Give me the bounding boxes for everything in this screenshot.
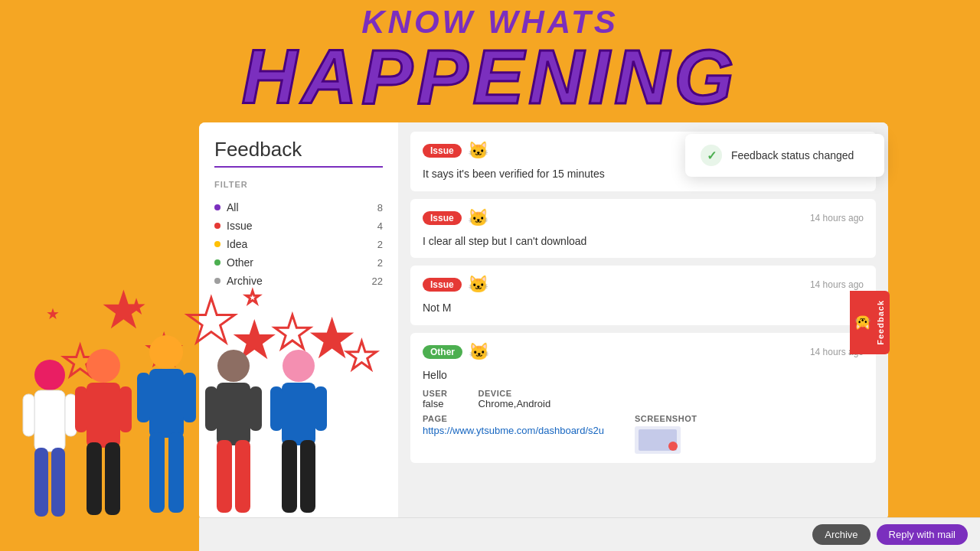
feedback-card-3[interactable]: Issue 🐱 14 hours ago Not M	[410, 266, 876, 325]
svg-point-6	[87, 349, 120, 383]
screenshot-label: SCREENSHOT	[635, 414, 697, 423]
toast-notification: ✓ Feedback status changed	[685, 134, 884, 177]
filter-idea[interactable]: Idea 2	[214, 235, 383, 253]
filter-label: FILTER	[214, 180, 383, 189]
card-text-2: I clear all step but I can't download	[423, 234, 864, 249]
svg-rect-8	[75, 386, 87, 432]
card-time-3: 14 hours ago	[810, 279, 864, 290]
svg-rect-17	[168, 432, 184, 513]
user-label: USER	[423, 389, 448, 398]
action-bar: Archive Reply with mail	[199, 517, 980, 551]
svg-rect-13	[149, 369, 184, 438]
badge-other-1: Other	[423, 345, 462, 359]
screenshot-thumb[interactable]	[635, 426, 681, 454]
toast-text: Feedback status changed	[731, 149, 854, 161]
svg-point-0	[34, 360, 65, 390]
device-label: DEVICE	[479, 389, 551, 398]
svg-rect-5	[51, 448, 65, 517]
star-icon-2: ★	[142, 325, 186, 375]
main-panel: Feedback FILTER All 8 Issue 4 Idea 2	[199, 122, 888, 520]
user-value: false	[423, 398, 448, 409]
avatar-4: 🐱	[469, 342, 489, 362]
badge-issue-2: Issue	[423, 211, 462, 225]
person-2-icon	[73, 344, 134, 551]
svg-rect-3	[65, 394, 77, 436]
avatar-2: 🐱	[468, 208, 488, 228]
side-tab-cat-icon: 🐱	[854, 314, 871, 331]
person-3-icon	[134, 329, 199, 551]
svg-rect-4	[34, 448, 48, 517]
svg-rect-16	[149, 432, 165, 513]
dot-issue-icon	[214, 223, 220, 229]
card-time-2: 14 hours ago	[810, 213, 864, 223]
feedback-side-tab[interactable]: Feedback 🐱	[850, 291, 890, 354]
filter-issue-label: Issue	[227, 220, 252, 232]
filter-archive-count: 22	[372, 276, 383, 287]
filter-archive[interactable]: Archive 22	[214, 272, 383, 290]
badge-issue-1: Issue	[423, 144, 462, 158]
svg-rect-7	[87, 383, 120, 448]
filter-idea-count: 2	[377, 239, 383, 250]
page-label: PAGE	[423, 414, 604, 423]
filter-all-label: All	[227, 201, 239, 214]
dot-archive-icon	[214, 278, 220, 284]
card-text-4: Hello	[423, 368, 864, 383]
filter-archive-label: Archive	[227, 275, 263, 287]
content-area[interactable]: Issue 🐱 It says it's been verified for 1…	[398, 122, 888, 520]
page-title: Feedback	[214, 138, 383, 168]
svg-rect-15	[183, 373, 196, 422]
feedback-card-2[interactable]: Issue 🐱 14 hours ago I clear all step bu…	[410, 199, 876, 259]
side-tab-label: Feedback	[876, 300, 885, 345]
feedback-card-4[interactable]: Other 🐱 14 hours ago Hello USER false DE…	[410, 333, 876, 464]
avatar-3: 🐱	[468, 275, 488, 295]
avatar-1: 🐱	[468, 141, 488, 161]
svg-rect-10	[87, 442, 102, 515]
badge-issue-3: Issue	[423, 278, 462, 292]
svg-point-12	[149, 335, 183, 369]
dot-other-icon	[214, 259, 220, 266]
archive-button[interactable]: Archive	[812, 524, 870, 545]
star-outline-icon: ★	[61, 341, 99, 383]
svg-rect-14	[137, 373, 150, 422]
svg-rect-1	[34, 390, 65, 452]
star-icon: ★	[100, 283, 148, 337]
dot-all-icon	[214, 204, 220, 210]
filter-idea-label: Idea	[227, 238, 247, 250]
svg-rect-2	[23, 394, 34, 436]
card-text-3: Not M	[423, 301, 864, 316]
dot-idea-icon	[214, 241, 220, 247]
filter-issue[interactable]: Issue 4	[214, 217, 383, 235]
svg-rect-11	[105, 442, 120, 515]
star-small-2: ★	[130, 300, 142, 314]
star-small-1: ★	[46, 306, 60, 321]
toast-check-icon: ✓	[701, 145, 722, 166]
card-details-4: USER false DEVICE Chrome,Android PAGE ht…	[423, 389, 864, 454]
filter-other-count: 2	[377, 257, 383, 269]
header-happening: HAPPENING	[0, 38, 980, 115]
reply-with-mail-button[interactable]: Reply with mail	[877, 524, 968, 545]
filter-all-count: 8	[377, 202, 383, 214]
person-1-icon	[19, 352, 80, 551]
page-url[interactable]: https://www.ytsubme.com/dashboard/s2u	[423, 425, 604, 436]
filter-other[interactable]: Other 2	[214, 253, 383, 272]
svg-rect-9	[119, 386, 132, 432]
filter-other-label: Other	[227, 256, 253, 269]
filter-all[interactable]: All 8	[214, 198, 383, 217]
device-value: Chrome,Android	[479, 398, 551, 409]
sidebar: Feedback FILTER All 8 Issue 4 Idea 2	[199, 122, 398, 520]
header-banner: KNOW WHATS HAPPENING	[0, 0, 980, 115]
filter-issue-count: 4	[377, 220, 383, 232]
